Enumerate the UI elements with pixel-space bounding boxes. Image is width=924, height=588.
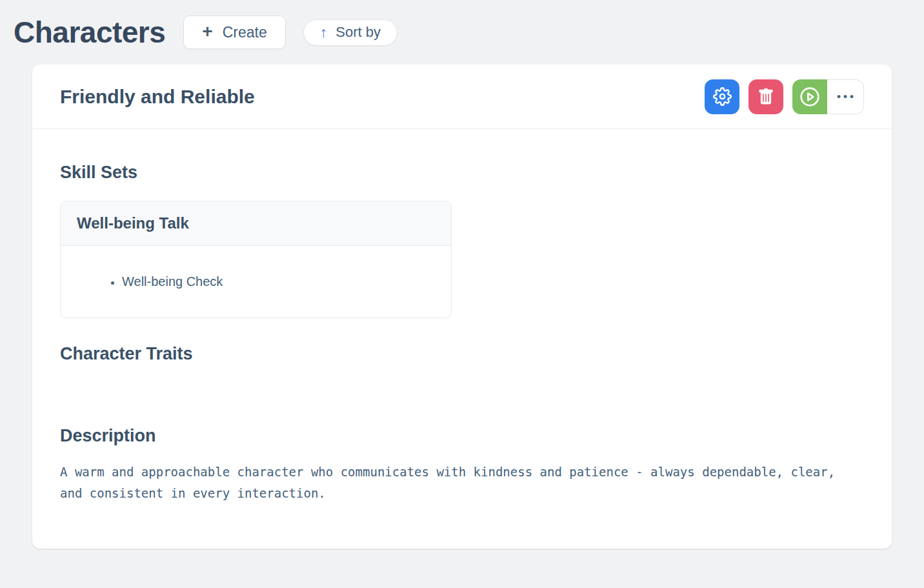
skill-item: Well-being Check (122, 274, 435, 289)
gear-icon (713, 87, 732, 106)
more-options-button[interactable]: ••• (827, 79, 864, 114)
run-button[interactable] (792, 79, 827, 114)
character-traits-empty-area (60, 364, 864, 411)
skillset-card-body: Well-being Check (61, 246, 451, 318)
arrow-up-icon: ↑ (320, 25, 328, 40)
description-heading: Description (60, 426, 864, 446)
plus-icon: + (202, 23, 212, 41)
character-traits-heading: Character Traits (60, 344, 864, 364)
character-name: Friendly and Reliable (60, 86, 255, 108)
ellipsis-icon: ••• (837, 90, 856, 103)
character-card: Friendly and Reliable (32, 65, 892, 549)
skillset-card: Well-being Talk Well-being Check (60, 201, 452, 318)
run-more-button-group: ••• (792, 79, 864, 114)
character-actions: ••• (705, 79, 864, 114)
create-button[interactable]: + Create (183, 15, 285, 49)
sort-by-button-label: Sort by (336, 24, 381, 41)
delete-button[interactable] (748, 79, 783, 114)
skillset-card-header: Well-being Talk (61, 201, 451, 246)
play-circle-icon (799, 86, 820, 107)
sort-by-button[interactable]: ↑ Sort by (303, 19, 397, 46)
skills-list: Well-being Check (77, 274, 435, 289)
skill-sets-heading: Skill Sets (60, 163, 864, 183)
topbar: Characters + Create ↑ Sort by (0, 0, 924, 65)
create-button-label: Create (223, 24, 267, 41)
skillset-name: Well-being Talk (77, 214, 435, 232)
character-card-body: Skill Sets Well-being Talk Well-being Ch… (32, 129, 892, 505)
page-title: Characters (14, 15, 165, 50)
description-text: A warm and approachable character who co… (60, 461, 860, 505)
trash-icon (758, 88, 774, 105)
settings-button[interactable] (705, 79, 739, 114)
character-card-header: Friendly and Reliable (32, 65, 892, 129)
